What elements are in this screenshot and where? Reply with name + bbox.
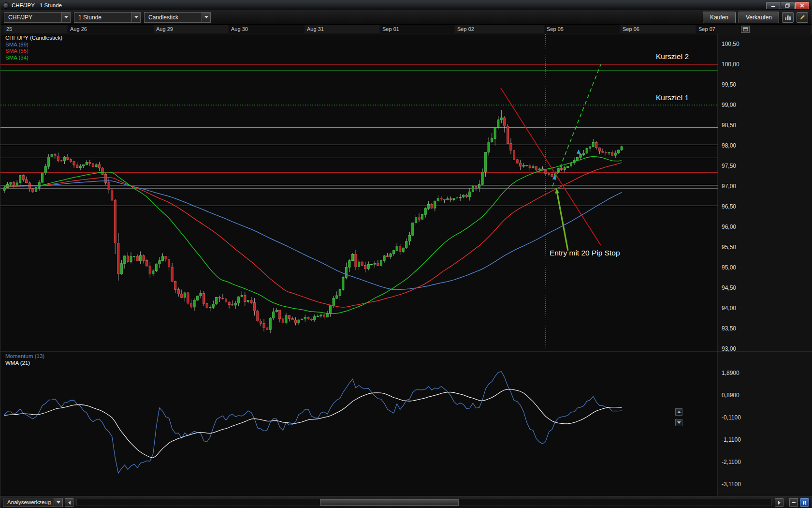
svg-text:96,50: 96,50 xyxy=(722,203,736,210)
scrollbar-thumb[interactable] xyxy=(320,499,459,506)
date-tick: Aug 31 xyxy=(307,26,324,32)
date-tick: Sep 05 xyxy=(547,26,564,32)
toolbar: CHF/JPY 1 Stunde Candlestick Kaufen Verk… xyxy=(0,10,812,25)
toolbar-right-group: Kaufen Verkaufen xyxy=(703,12,808,23)
svg-text:93,00: 93,00 xyxy=(722,345,736,352)
date-axis: 25Aug 26Aug 29Aug 30Aug 31Sep 01Sep 02Se… xyxy=(0,25,812,34)
window-title: CHF/JPY - 1 Stunde xyxy=(12,2,62,8)
svg-text:SMA (89): SMA (89) xyxy=(5,42,29,47)
svg-text:97,00: 97,00 xyxy=(722,183,736,190)
zoom-out-button[interactable] xyxy=(789,498,798,507)
sell-button[interactable]: Verkaufen xyxy=(739,12,779,23)
svg-text:96,00: 96,00 xyxy=(722,224,736,230)
svg-text:Momentum (13): Momentum (13) xyxy=(5,353,44,359)
svg-text:100,00: 100,00 xyxy=(722,61,740,68)
scroll-right-button[interactable] xyxy=(775,498,783,507)
svg-text:94,50: 94,50 xyxy=(722,284,736,291)
buy-button[interactable]: Kaufen xyxy=(703,12,736,23)
chevron-down-icon[interactable] xyxy=(202,13,210,22)
chart-area[interactable]: Kursziel 2Kursziel 1Entry mit 20 Pip Sto… xyxy=(0,34,812,496)
symbol-select[interactable]: CHF/JPY xyxy=(4,12,71,23)
analysis-tool-value: Analysewerkzeug xyxy=(3,498,54,507)
indicator-icon[interactable] xyxy=(782,12,794,23)
svg-text:100,50: 100,50 xyxy=(722,41,740,47)
svg-text:93,50: 93,50 xyxy=(722,325,736,332)
svg-text:-0,1100: -0,1100 xyxy=(722,414,741,421)
date-tick: 25 xyxy=(6,26,12,32)
svg-text:95,00: 95,00 xyxy=(722,264,736,271)
svg-text:WMA (21): WMA (21) xyxy=(5,360,30,366)
svg-text:-1,1100: -1,1100 xyxy=(722,436,741,443)
date-tick: Sep 06 xyxy=(623,26,639,32)
horizontal-scrollbar[interactable] xyxy=(76,499,772,506)
minimize-button[interactable] xyxy=(766,2,780,9)
draw-icon[interactable] xyxy=(797,12,808,23)
maximize-button[interactable] xyxy=(781,2,795,9)
date-tick: Sep 02 xyxy=(457,26,474,32)
scroll-left-button[interactable] xyxy=(65,498,73,507)
svg-text:SMA (55): SMA (55) xyxy=(5,48,29,54)
chart-svg: Kursziel 2Kursziel 1Entry mit 20 Pip Sto… xyxy=(0,34,812,496)
app-window: CHF/JPY - 1 Stunde CHF/JPY 1 Stunde Cand… xyxy=(0,0,812,508)
svg-text:Entry mit 20 Pip Stop: Entry mit 20 Pip Stop xyxy=(550,249,620,257)
date-tick: Aug 29 xyxy=(156,26,173,32)
svg-text:98,50: 98,50 xyxy=(722,122,736,129)
bottom-bar: Analysewerkzeug R xyxy=(0,496,812,508)
indicator-scroll-up-icon[interactable] xyxy=(675,408,682,416)
svg-text:Kursziel 2: Kursziel 2 xyxy=(656,52,689,60)
svg-text:1,8900: 1,8900 xyxy=(722,370,740,376)
svg-text:SMA (34): SMA (34) xyxy=(5,55,29,60)
window-controls xyxy=(766,2,809,9)
date-tick: Aug 30 xyxy=(231,26,248,32)
date-tick: Sep 07 xyxy=(698,26,715,32)
svg-text:99,00: 99,00 xyxy=(722,102,736,108)
restore-chart-icon[interactable] xyxy=(741,26,750,33)
date-tick: Aug 26 xyxy=(70,26,87,32)
analysis-tool-select[interactable]: Analysewerkzeug xyxy=(3,498,63,507)
svg-text:99,50: 99,50 xyxy=(722,81,736,88)
svg-text:CHF/JPY (Candlestick): CHF/JPY (Candlestick) xyxy=(5,35,62,41)
svg-text:Kursziel 1: Kursziel 1 xyxy=(656,93,689,102)
svg-text:94,00: 94,00 xyxy=(722,305,736,312)
svg-text:95,50: 95,50 xyxy=(722,244,736,251)
chart-type-select[interactable]: Candlestick xyxy=(144,12,211,23)
title-bar: CHF/JPY - 1 Stunde xyxy=(0,0,812,10)
svg-text:-3,1100: -3,1100 xyxy=(722,481,741,488)
close-button[interactable] xyxy=(795,2,809,9)
svg-text:-2,1100: -2,1100 xyxy=(722,459,741,465)
period-select[interactable]: 1 Stunde xyxy=(74,12,141,23)
chevron-down-icon[interactable] xyxy=(131,13,140,22)
indicator-scroll-down-icon[interactable] xyxy=(675,419,682,426)
chevron-down-icon[interactable] xyxy=(54,498,62,507)
date-axis-segment xyxy=(4,25,67,33)
svg-text:98,00: 98,00 xyxy=(722,142,736,149)
realtime-button[interactable]: R xyxy=(800,498,809,507)
date-tick: Sep 01 xyxy=(382,26,399,32)
svg-text:0,8900: 0,8900 xyxy=(722,392,740,399)
svg-text:97,50: 97,50 xyxy=(722,163,736,169)
chart-type-select-value: Candlestick xyxy=(145,13,202,22)
period-select-value: 1 Stunde xyxy=(74,13,131,22)
app-icon xyxy=(3,2,9,9)
symbol-select-value: CHF/JPY xyxy=(4,13,61,22)
chevron-down-icon[interactable] xyxy=(61,13,70,22)
